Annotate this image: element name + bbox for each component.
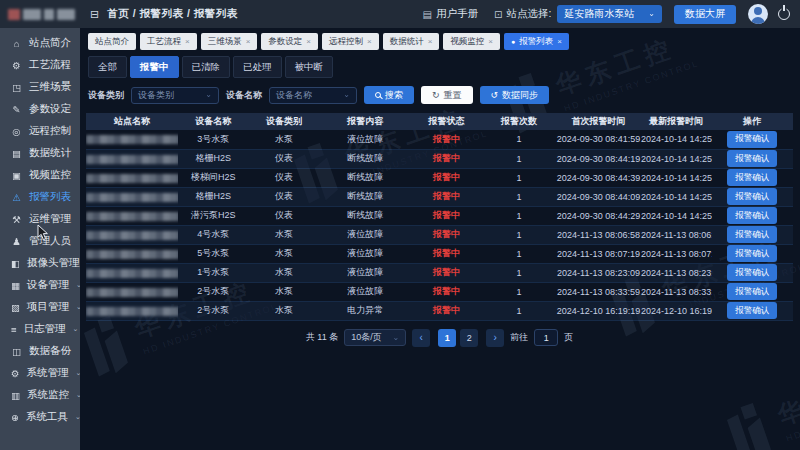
action-cell: 报警确认 [712,168,793,187]
alarm-confirm-button[interactable]: 报警确认 [727,226,777,243]
reset-button[interactable]: ↻ 重置 [421,86,473,104]
alarm-confirm-button[interactable]: 报警确认 [727,283,777,300]
alarm-confirm-button[interactable]: 报警确认 [727,131,777,148]
alarm-confirm-button[interactable]: 报警确认 [727,188,777,205]
sidebar-item-params[interactable]: ✎参数设定 [0,98,80,120]
status-tab[interactable]: 已清除 [182,56,231,78]
sidebar-item-flow[interactable]: ⚙工艺流程 [0,54,80,76]
sidebar-item-log[interactable]: ≡日志管理⌄ [0,318,80,340]
site-select-label: 站点选择: [506,7,551,21]
device-cell: 3号水泵 [178,130,249,149]
next-page-button[interactable]: › [486,329,504,347]
chevron-down-icon: ⌄ [392,334,399,342]
close-icon[interactable]: × [367,37,372,46]
tab-chip[interactable]: 三维场景× [201,33,258,50]
name-select[interactable]: 设备名称 ⌄ [269,87,357,104]
content-cell: 液位故障 [319,244,411,263]
content-cell: 断线故障 [319,149,411,168]
sidebar-item-label: 报警列表 [29,190,71,204]
last-time-cell: 2024-10-14 14:25:39 [641,206,712,225]
sidebar-item-remote[interactable]: ◎远程控制 [0,120,80,142]
alarm-confirm-button[interactable]: 报警确认 [727,169,777,186]
sidebar-item-project[interactable]: ▧项目管理⌄ [0,296,80,318]
sidebar-item-sysmon[interactable]: ▥系统监控⌄ [0,384,80,406]
alarm-confirm-button[interactable]: 报警确认 [727,302,777,319]
avatar[interactable] [748,4,768,24]
tab-chip[interactable]: 远程控制× [322,33,379,50]
tab-chip[interactable]: 视频监控× [443,33,500,50]
first-time-cell: 2024-11-13 08:23:09 [556,263,641,282]
page-button[interactable]: 1 [438,329,456,347]
station-name-redacted [86,193,178,202]
sidebar-item-alarm[interactable]: ⚠报警列表 [0,186,80,208]
close-icon[interactable]: × [306,37,311,46]
sidebar-item-ops[interactable]: ⚒运维管理 [0,208,80,230]
systool-icon: ⊕ [11,412,19,423]
tab-chip[interactable]: 工艺流程× [140,33,197,50]
sidebar-item-label: 数据备份 [29,344,71,358]
station-name-redacted [86,269,178,278]
goto-page-input[interactable] [534,329,558,346]
status-tab[interactable]: 已处理 [233,56,282,78]
data-sync-button[interactable]: ↺ 数据同步 [480,86,550,104]
sidebar-item-sysmgmt[interactable]: ⚙系统管理⌄ [0,362,80,384]
sidebar-item-label: 三维场景 [29,80,71,94]
prev-page-button[interactable]: ‹ [412,329,430,347]
chevron-down-icon: ⌄ [648,10,655,18]
search-button[interactable]: 搜索 [364,86,414,104]
device-cell: 5号水泵 [178,244,249,263]
station-name-redacted [86,174,178,183]
sidebar-item-label: 设备管理 [27,278,69,292]
close-icon[interactable]: × [488,37,493,46]
first-time-cell: 2024-11-13 08:06:58 [556,225,641,244]
close-icon[interactable]: × [185,37,190,46]
close-icon[interactable]: × [557,37,562,46]
logout-power-icon[interactable] [778,8,790,20]
sidebar-item-systool[interactable]: ⊕系统工具⌄ [0,406,80,428]
tab-chip[interactable]: 参数设定× [261,33,318,50]
category-select[interactable]: 设备类别 ⌄ [131,87,219,104]
tab-chip[interactable]: ●报警列表× [504,33,569,50]
sidebar-item-camera[interactable]: ◧摄像头管理⌄ [0,252,80,274]
close-icon[interactable]: × [246,37,251,46]
big-screen-button[interactable]: 数据大屏 [674,5,736,24]
search-button-label: 搜索 [385,89,403,102]
alarm-confirm-button[interactable]: 报警确认 [727,245,777,262]
alarm-confirm-button[interactable]: 报警确认 [727,264,777,281]
sidebar-item-scene[interactable]: ◳三维场景 [0,76,80,98]
page-size-select[interactable]: 10条/页 ⌄ [344,329,406,346]
alarm-confirm-button[interactable]: 报警确认 [727,150,777,167]
content-cell: 液位故障 [319,225,411,244]
sidebar-item-home[interactable]: ⌂站点简介 [0,32,80,54]
tab-chip[interactable]: 站点简介 [88,33,136,50]
device-cell: 格栅H2S [178,149,249,168]
sidebar-item-label: 工艺流程 [29,58,71,72]
column-header: 报警状态 [411,113,482,130]
sidebar-item-label: 项目管理 [27,300,69,314]
close-icon[interactable]: × [428,37,433,46]
sidebar-item-video[interactable]: ▣视频监控 [0,164,80,186]
category-cell: 水泵 [249,282,320,301]
page-number-list: 12 [436,329,480,347]
alarm-confirm-button[interactable]: 报警确认 [727,207,777,224]
status-tab[interactable]: 被中断 [285,56,334,78]
status-cell: 报警中 [411,206,482,225]
site-select[interactable]: 延安路雨水泵站 ⌄ [557,5,662,23]
collapse-menu-icon[interactable]: ⊟ [90,8,99,21]
status-tab[interactable]: 报警中 [130,56,179,78]
count-cell: 1 [482,282,556,301]
station-name-redacted [86,231,178,240]
user-manual-link[interactable]: ▤ 用户手册 [423,7,478,21]
sidebar-item-staff[interactable]: ♟管理人员 [0,230,80,252]
page-button[interactable]: 2 [460,329,478,347]
tab-chip-label: 工艺流程 [147,36,181,48]
sidebar-item-label: 日志管理 [24,322,66,336]
tab-chip[interactable]: 数据统计× [383,33,440,50]
station-cell [86,225,178,244]
sidebar-item-backup[interactable]: ◫数据备份 [0,340,80,362]
sidebar-item-device[interactable]: ▦设备管理⌄ [0,274,80,296]
sidebar-item-stats[interactable]: ▤数据统计 [0,142,80,164]
status-tab[interactable]: 全部 [88,56,127,78]
content-cell: 断线故障 [319,168,411,187]
ops-icon: ⚒ [11,214,22,225]
